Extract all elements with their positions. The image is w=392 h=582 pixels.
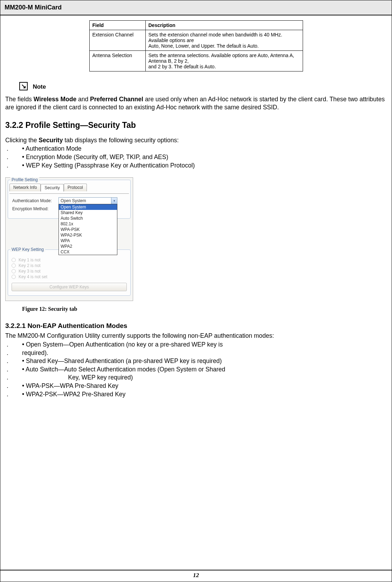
radio-icon <box>12 258 16 262</box>
opt-wpa[interactable]: WPA <box>59 238 117 244</box>
wep-key3-label: Key 3 is not <box>19 269 41 274</box>
wep-key1-row: Key 1 is not <box>12 258 127 262</box>
section-heading: 3.2.2 Profile Setting—Security Tab <box>5 121 387 130</box>
subsection-heading: 3.2.2.1 Non-EAP Authentication Modes <box>5 322 387 330</box>
note-icon: ↘ <box>19 82 28 90</box>
sec-bullet-0: • Authentication Mode <box>22 145 387 153</box>
opt-8021x[interactable]: 802.1x <box>59 221 117 227</box>
radio-icon <box>12 263 16 268</box>
clicking-after: tab displays the following security opti… <box>63 137 179 144</box>
noneap-2: • Shared Key—Shared Authentication (a pr… <box>22 357 387 365</box>
noneap-4: Key, WEP key required) <box>22 374 387 382</box>
wep-key2-label: Key 2 is not <box>19 263 41 268</box>
note-bold1: Wireless Mode <box>34 96 76 103</box>
label-enc-method: Encryption Method: <box>12 206 59 211</box>
opt-open-system[interactable]: Open System <box>59 204 117 210</box>
radio-icon <box>12 269 16 273</box>
note-bold2: Preferred Channel <box>90 96 143 103</box>
combo-auth-mode[interactable]: Open System ▾ Open System Shared Key Aut… <box>59 197 117 204</box>
note-paragraph: The fields Wireless Mode and Preferred C… <box>5 95 387 111</box>
page-number: 12 <box>0 570 392 582</box>
th-description: Description <box>145 21 303 30</box>
figure-caption: Figure 12: Security tab <box>22 306 387 312</box>
opt-wpa2-psk[interactable]: WPA2-PSK <box>59 232 117 238</box>
noneap-6: • WPA2-PSK—WPA2 Pre-Shared Key <box>22 390 387 399</box>
noneap-1: required). <box>22 349 387 357</box>
doc-header: MM200-M MiniCard <box>0 0 392 15</box>
configure-wep-button[interactable]: Configure WEP Keys <box>12 283 127 291</box>
tab-protocol[interactable]: Protocol <box>64 184 87 191</box>
note-label: Note <box>33 83 46 90</box>
td-ext-channel-desc: Sets the extension channel mode when ban… <box>145 30 303 51</box>
noneap-5: • WPA-PSK—WPA Pre-Shared Key <box>22 382 387 390</box>
opt-wpa2[interactable]: WPA2 <box>59 244 117 249</box>
wep-groupbox-legend: WEP Key Setting <box>10 247 45 252</box>
fields-table: Field Description Extension Channel Sets… <box>89 20 303 71</box>
clicking-paragraph: Clicking the Security tab displays the f… <box>5 136 387 144</box>
label-auth-mode: Authentication Mode: <box>12 198 59 203</box>
chevron-down-icon[interactable]: ▾ <box>111 198 117 204</box>
clicking-before: Clicking the <box>5 137 39 144</box>
groupbox-legend: Profile Setting <box>10 177 39 182</box>
security-bullets: .• Authentication Mode .• Encryption Mod… <box>5 145 387 170</box>
td-antenna-desc: Sets the antenna selections. Available o… <box>145 51 303 71</box>
opt-auto-switch[interactable]: Auto Switch <box>59 215 117 221</box>
noneap-3: • Auto Switch—Auto Select Authentication… <box>22 365 387 374</box>
wep-key2-row: Key 2 is not <box>12 263 127 268</box>
sec-bullet-2: • WEP Key Setting (Passphrase Key or Aut… <box>22 162 387 170</box>
wep-key4-label: Key 4 is not set <box>19 274 47 279</box>
td-antenna: Antenna Selection <box>89 51 145 71</box>
sec-bullet-1: • Encryption Mode (Security off, WEP, TK… <box>22 153 387 162</box>
opt-shared-key[interactable]: Shared Key <box>59 210 117 215</box>
opt-wpa-psk[interactable]: WPA-PSK <box>59 227 117 232</box>
wep-key3-row: Key 3 is not <box>12 269 127 274</box>
wep-key4-row: Key 4 is not set <box>12 274 127 279</box>
note-text: The fields <box>5 96 34 103</box>
profile-setting-screenshot: Profile Setting Network Info Security Pr… <box>5 177 133 301</box>
auth-mode-dropdown[interactable]: Open System Shared Key Auto Switch 802.1… <box>59 204 117 255</box>
noneap-bullets: .• Open System—Open Authentication (no k… <box>5 341 387 398</box>
th-field: Field <box>89 21 145 30</box>
td-ext-channel: Extension Channel <box>89 30 145 51</box>
clicking-bold: Security <box>39 137 63 144</box>
combo-value: Open System <box>61 198 86 203</box>
tab-security[interactable]: Security <box>41 184 63 192</box>
radio-icon <box>12 275 16 279</box>
tab-network-info[interactable]: Network Info <box>9 184 41 191</box>
noneap-intro: The MM200-M Configuration Utility curren… <box>5 332 387 340</box>
note-text2: and <box>76 96 90 103</box>
noneap-0: • Open System—Open Authentication (no ke… <box>22 341 387 349</box>
wep-key1-label: Key 1 is not <box>19 258 41 262</box>
opt-ccx[interactable]: CCX <box>59 249 117 255</box>
